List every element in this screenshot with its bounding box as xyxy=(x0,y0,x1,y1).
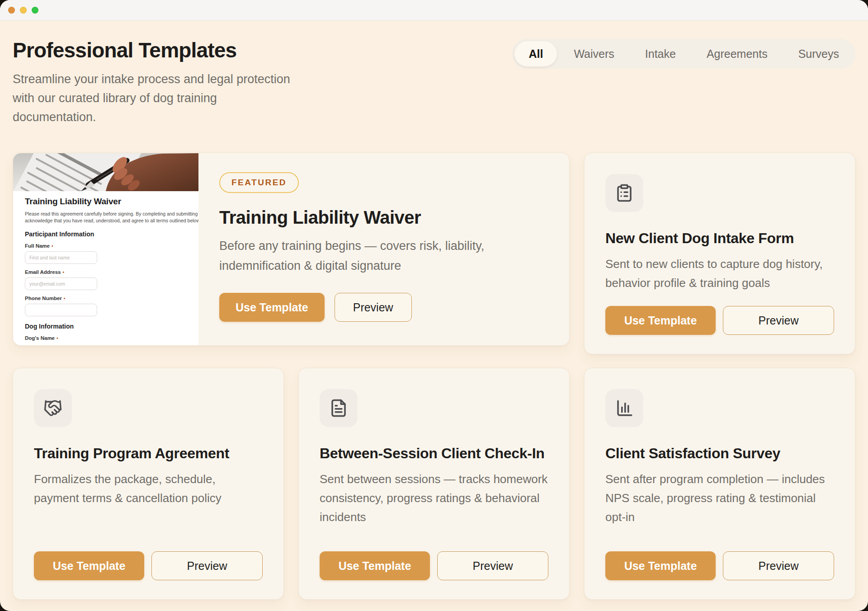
window-close-button[interactable] xyxy=(8,7,15,14)
preview-form-title: Training Liability Waiver xyxy=(25,197,198,207)
signing-photo xyxy=(13,153,198,191)
tab-surveys[interactable]: Surveys xyxy=(784,41,853,66)
card-description: Sent after program completion — includes… xyxy=(605,470,834,526)
templates-page: Professional Templates Streamline your i… xyxy=(0,21,868,600)
use-template-button[interactable]: Use Template xyxy=(320,551,430,580)
tab-all[interactable]: All xyxy=(514,41,557,66)
use-template-button[interactable]: Use Template xyxy=(219,293,325,322)
tab-intake[interactable]: Intake xyxy=(631,41,690,66)
preview-input-phone xyxy=(25,304,97,316)
required-mark: • xyxy=(64,296,66,301)
card-actions: Use Template Preview xyxy=(320,538,548,580)
card-actions: Use Template Preview xyxy=(605,538,834,580)
page-subtitle: Streamline your intake process and legal… xyxy=(13,70,302,127)
preview-button[interactable]: Preview xyxy=(335,293,412,322)
window-minimize-button[interactable] xyxy=(20,7,27,14)
template-card-program-agreement: Training Program Agreement Formalizes th… xyxy=(13,368,284,600)
template-card-client-check-in: Between-Session Client Check-In Sent bet… xyxy=(298,368,570,600)
card-actions: Use Template Preview xyxy=(34,538,263,580)
use-template-button[interactable]: Use Template xyxy=(34,551,144,580)
templates-grid-top: Training Liability Waiver Please read th… xyxy=(13,153,855,354)
card-description: Sent to new clients to capture dog histo… xyxy=(605,254,834,292)
featured-badge: FEATURED xyxy=(219,172,299,193)
card-icon-tile xyxy=(34,389,72,427)
category-filter-tabs: All Waivers Intake Agreements Surveys xyxy=(512,39,855,69)
card-icon-tile xyxy=(320,389,358,427)
template-card-satisfaction-survey: Client Satisfaction Survey Sent after pr… xyxy=(584,368,855,600)
required-mark: • xyxy=(57,336,58,341)
handshake-icon xyxy=(43,399,62,418)
template-preview-thumbnail: Training Liability Waiver Please read th… xyxy=(13,153,198,345)
preview-form: Training Liability Waiver Please read th… xyxy=(13,191,198,341)
preview-input-email: your@email.com xyxy=(25,277,97,290)
featured-description: Before any training begins — covers risk… xyxy=(219,236,527,276)
preview-field-label: Dog's Name• xyxy=(25,335,198,341)
featured-template-card: Training Liability Waiver Please read th… xyxy=(13,153,570,346)
featured-title: Training Liability Waiver xyxy=(219,207,421,228)
app-window: Professional Templates Streamline your i… xyxy=(0,0,868,611)
page-title: Professional Templates xyxy=(13,38,302,62)
window-zoom-button[interactable] xyxy=(32,7,38,14)
use-template-button[interactable]: Use Template xyxy=(605,551,716,580)
preview-button[interactable]: Preview xyxy=(723,551,834,580)
preview-button[interactable]: Preview xyxy=(437,551,548,580)
preview-section-dog: Dog Information xyxy=(25,323,198,330)
required-mark: • xyxy=(52,244,53,249)
preview-button[interactable]: Preview xyxy=(151,551,263,580)
featured-actions: Use Template Preview xyxy=(219,293,412,322)
card-title: Client Satisfaction Survey xyxy=(605,443,780,463)
card-title: Between-Session Client Check-In xyxy=(320,443,544,463)
page-header: Professional Templates Streamline your i… xyxy=(13,38,855,127)
page-header-text: Professional Templates Streamline your i… xyxy=(13,38,302,127)
card-icon-tile xyxy=(605,389,643,427)
bar-chart-icon xyxy=(615,399,634,418)
card-title: New Client Dog Intake Form xyxy=(605,228,794,248)
window-titlebar xyxy=(0,0,868,21)
template-card-intake-form: New Client Dog Intake Form Sent to new c… xyxy=(584,153,855,354)
tab-waivers[interactable]: Waivers xyxy=(560,41,628,66)
required-mark: • xyxy=(62,270,64,275)
preview-section-participant: Participant Information xyxy=(25,230,198,238)
card-icon-tile xyxy=(605,174,643,212)
card-actions: Use Template Preview xyxy=(605,292,834,335)
preview-field-label: Email Address• xyxy=(25,269,198,275)
card-description: Formalizes the package, schedule, paymen… xyxy=(34,470,263,508)
clipboard-list-icon xyxy=(615,183,634,202)
card-title: Training Program Agreement xyxy=(34,443,229,463)
use-template-button[interactable]: Use Template xyxy=(605,306,716,335)
preview-field-label: Phone Number• xyxy=(25,296,198,301)
preview-button[interactable]: Preview xyxy=(723,306,834,335)
preview-field-label: Full Name• xyxy=(25,243,198,249)
templates-grid-bottom: Training Program Agreement Formalizes th… xyxy=(13,368,855,600)
preview-input-full-name: First and last name xyxy=(25,251,97,264)
featured-card-content: FEATURED Training Liability Waiver Befor… xyxy=(198,153,569,345)
tab-agreements[interactable]: Agreements xyxy=(693,41,782,66)
card-description: Sent between sessions — tracks homework … xyxy=(320,470,548,526)
file-text-icon xyxy=(329,399,348,418)
preview-form-intro: Please read this agreement carefully bef… xyxy=(25,211,198,224)
